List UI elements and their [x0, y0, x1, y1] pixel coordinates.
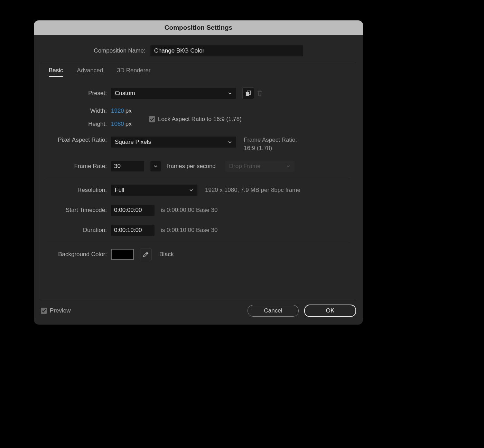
dialog-titlebar: Composition Settings: [34, 20, 363, 35]
background-color-swatch[interactable]: [111, 249, 134, 260]
frame-aspect-label: Frame Aspect Ratio:: [244, 137, 297, 143]
fps-label: frames per second: [167, 163, 216, 170]
preset-select[interactable]: Custom: [111, 88, 236, 99]
chevron-down-icon: [227, 140, 232, 144]
width-value[interactable]: 1920: [111, 108, 124, 114]
duration-info: is 0:00:10:00 Base 30: [161, 227, 217, 234]
tab-basic[interactable]: Basic: [49, 67, 63, 77]
duration-input[interactable]: [111, 225, 155, 236]
resolution-label: Resolution:: [49, 187, 111, 194]
divider: [47, 242, 350, 242]
tab-bar: Basic Advanced 3D Renderer: [41, 62, 356, 81]
chevron-down-icon: [286, 164, 291, 169]
frame-rate-label: Frame Rate:: [49, 163, 111, 170]
ok-button[interactable]: OK: [304, 305, 356, 317]
lock-aspect-label: Lock Aspect Ratio to 16:9 (1.78): [158, 116, 242, 123]
cancel-button[interactable]: Cancel: [248, 305, 299, 317]
resolution-value: Full: [115, 187, 124, 194]
preset-value: Custom: [115, 90, 135, 97]
pixel-aspect-select[interactable]: Square Pixels: [111, 137, 236, 148]
composition-name-label: Composition Name:: [94, 47, 145, 54]
height-value[interactable]: 1080: [111, 121, 124, 128]
resolution-select[interactable]: Full: [111, 185, 197, 196]
lock-aspect-checkbox[interactable]: [149, 116, 155, 122]
save-preset-button[interactable]: [242, 87, 254, 99]
chevron-down-icon: [227, 91, 232, 96]
dialog-title: Composition Settings: [165, 24, 232, 31]
drop-frame-value: Drop Frame: [229, 163, 261, 170]
preview-label: Preview: [50, 307, 71, 314]
frame-rate-input[interactable]: [111, 161, 144, 171]
composition-name-input[interactable]: [150, 45, 303, 56]
divider: [47, 178, 350, 178]
settings-panel: Basic Advanced 3D Renderer Preset: Custo…: [41, 62, 356, 301]
composition-settings-dialog: Composition Settings Composition Name: B…: [34, 20, 363, 325]
duration-label: Duration:: [49, 227, 111, 234]
preset-label: Preset:: [49, 90, 111, 97]
pixel-aspect-label: Pixel Aspect Ratio:: [49, 137, 111, 143]
background-color-label: Background Color:: [49, 251, 111, 258]
frame-aspect-value: 16:9 (1.78): [244, 145, 297, 152]
frame-rate-dropdown-button[interactable]: [150, 161, 161, 171]
background-color-name: Black: [159, 251, 174, 258]
delete-preset-button: [254, 88, 265, 99]
resolution-info: 1920 x 1080, 7.9 MB per 8bpc frame: [205, 187, 300, 194]
start-timecode-input[interactable]: [111, 205, 155, 216]
preview-checkbox[interactable]: [41, 308, 47, 314]
eyedropper-button[interactable]: [140, 249, 152, 260]
height-unit: px: [125, 121, 132, 128]
tab-3d-renderer[interactable]: 3D Renderer: [117, 67, 150, 77]
chevron-down-icon: [189, 188, 194, 193]
drop-frame-select: Drop Frame: [225, 161, 295, 172]
start-timecode-info: is 0:00:00:00 Base 30: [161, 207, 217, 214]
width-unit: px: [125, 108, 132, 114]
start-timecode-label: Start Timecode:: [49, 207, 111, 214]
height-label: Height:: [49, 121, 111, 128]
pixel-aspect-value: Square Pixels: [115, 139, 151, 146]
tab-advanced[interactable]: Advanced: [77, 67, 103, 77]
svg-rect-0: [246, 92, 249, 96]
width-label: Width:: [49, 108, 111, 114]
